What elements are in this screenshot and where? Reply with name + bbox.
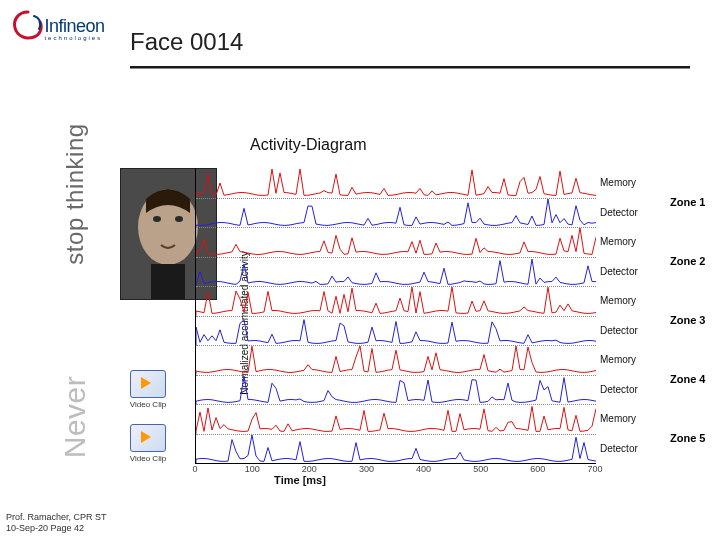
x-tick: 500 — [473, 464, 488, 474]
play-icon — [130, 370, 166, 398]
slide-footer: Prof. Ramacher, CPR ST 10-Sep-20 Page 42 — [6, 512, 107, 534]
activity-chart: Normalized accumulated activity 01002003… — [175, 168, 595, 478]
zone-label: Zone 4 — [670, 373, 705, 385]
x-tick: 100 — [245, 464, 260, 474]
trace-zone4-detector — [196, 375, 596, 405]
page-title: Face 0014 — [130, 28, 243, 56]
trace-label-detector: Detector — [600, 265, 638, 279]
play-icon — [130, 424, 166, 452]
trace-zone5-memory — [196, 404, 596, 434]
video-clips: Video Clip Video Clip — [120, 370, 176, 478]
trace-zone1-memory — [196, 168, 596, 198]
side-text-big: Never — [58, 376, 92, 459]
zone-label: Zone 5 — [670, 432, 705, 444]
clip-caption: Video Clip — [120, 400, 176, 409]
zone-label: Zone 3 — [670, 314, 705, 326]
x-tick: 0 — [192, 464, 197, 474]
x-tick: 300 — [359, 464, 374, 474]
trace-label-detector: Detector — [600, 206, 638, 220]
video-clip-2[interactable]: Video Clip — [120, 424, 176, 468]
trace-label-memory: Memory — [600, 412, 636, 426]
trace-zone2-detector — [196, 257, 596, 287]
infineon-swirl-icon — [10, 8, 46, 48]
footer-line-2: 10-Sep-20 Page 42 — [6, 523, 107, 534]
trace-label-detector: Detector — [600, 324, 638, 338]
footer-line-1: Prof. Ramacher, CPR ST — [6, 512, 107, 523]
side-watermark: Never stop thinking — [55, 0, 95, 540]
trace-zone4-memory — [196, 345, 596, 375]
trace-zone3-memory — [196, 286, 596, 316]
video-clip-1[interactable]: Video Clip — [120, 370, 176, 414]
trace-label-memory: Memory — [600, 176, 636, 190]
trace-zone2-memory — [196, 227, 596, 257]
side-text-small: stop thinking — [61, 123, 89, 264]
trace-label-memory: Memory — [600, 294, 636, 308]
trace-label-memory: Memory — [600, 235, 636, 249]
trace-zone5-detector — [196, 434, 596, 464]
zone-label: Zone 2 — [670, 255, 705, 267]
trace-label-detector: Detector — [600, 383, 638, 397]
svg-point-2 — [153, 216, 161, 222]
x-axis-label: Time [ms] — [0, 474, 600, 486]
x-tick: 400 — [416, 464, 431, 474]
x-tick: 200 — [302, 464, 317, 474]
plot-area — [195, 168, 596, 464]
clip-caption: Video Clip — [120, 454, 176, 463]
trace-zone3-detector — [196, 316, 596, 346]
trace-label-detector: Detector — [600, 442, 638, 456]
zone-label: Zone 1 — [670, 196, 705, 208]
title-rule — [130, 66, 690, 69]
trace-label-memory: Memory — [600, 353, 636, 367]
chart-title: Activity-Diagram — [250, 136, 366, 154]
x-tick: 600 — [530, 464, 545, 474]
trace-zone1-detector — [196, 198, 596, 228]
